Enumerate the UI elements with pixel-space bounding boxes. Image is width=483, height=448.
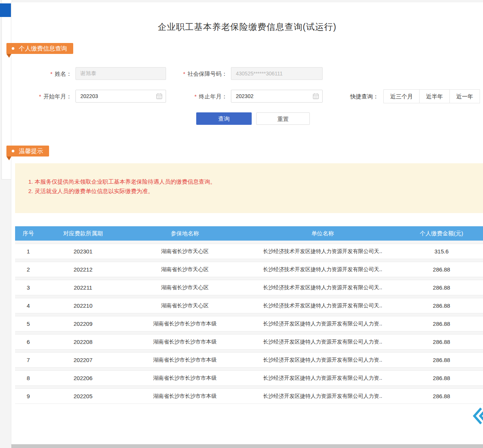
name-label: *姓名： bbox=[23, 71, 72, 78]
calendar-icon[interactable] bbox=[156, 93, 163, 100]
cell-amount: 286.88 bbox=[400, 302, 483, 309]
ssn-field-wrap bbox=[231, 67, 323, 80]
cell-period: 202211 bbox=[42, 284, 125, 291]
cell-amount: 286.88 bbox=[400, 284, 483, 291]
cell-period: 202210 bbox=[42, 302, 125, 309]
cell-company: 长沙经济开发区捷特人力资源开发有限公司人力资.. bbox=[245, 339, 400, 345]
cell-amount: 286.88 bbox=[400, 375, 483, 381]
app-viewport: 企业职工基本养老保险缴费信息查询(试运行) 个人缴费信息查询 *姓名： *社会保… bbox=[0, 0, 483, 448]
page-title: 企业职工基本养老保险缴费信息查询(试运行) bbox=[11, 21, 483, 33]
ssn-field[interactable] bbox=[231, 67, 323, 80]
cell-no: 6 bbox=[15, 339, 42, 345]
end-month-field[interactable] bbox=[231, 90, 323, 103]
cell-period: 202208 bbox=[42, 339, 125, 345]
section-badge-tips: 温馨提示 bbox=[6, 146, 49, 160]
cell-company: 长沙经济技术开发区捷特人力资源开发有限公司天.. bbox=[245, 266, 400, 273]
table-row[interactable]: 2 202212 湖南省长沙市天心区 长沙经济技术开发区捷特人力资源开发有限公司… bbox=[15, 262, 483, 277]
payments-table: 序号 对应费款所属期 参保地名称 单位名称 个人缴费金额(元) 1 202301… bbox=[15, 226, 483, 404]
cell-no: 3 bbox=[15, 284, 42, 291]
quick-query-option[interactable]: 近一年 bbox=[449, 89, 480, 103]
table-header-amount: 个人缴费金额(元) bbox=[400, 230, 483, 237]
table-header-row: 序号 对应费款所属期 参保地名称 单位名称 个人缴费金额(元) bbox=[15, 226, 483, 241]
cell-area: 湖南省长沙市长沙市市本级 bbox=[125, 375, 245, 382]
cell-amount: 286.88 bbox=[400, 393, 483, 399]
cell-area: 湖南省长沙市长沙市市本级 bbox=[125, 321, 245, 327]
table-row[interactable]: 9 202205 湖南省长沙市长沙市市本级 长沙经济开发区捷特人力资源开发有限公… bbox=[15, 388, 483, 404]
start-month-label: *开始年月： bbox=[23, 93, 72, 100]
table-row[interactable]: 1 202301 湖南省长沙市天心区 长沙经济技术开发区捷特人力资源开发有限公司… bbox=[15, 244, 483, 259]
quick-query-option[interactable]: 近三个月 bbox=[383, 89, 420, 103]
badge-bullet-icon bbox=[12, 150, 14, 152]
quick-query-label: 快捷查询： bbox=[350, 93, 378, 100]
cell-company: 长沙经济技术开发区捷特人力资源开发有限公司天.. bbox=[245, 284, 400, 291]
cell-period: 202207 bbox=[42, 357, 125, 363]
cell-area: 湖南省长沙市天心区 bbox=[125, 284, 245, 291]
cell-company: 长沙经济开发区捷特人力资源开发有限公司人力资.. bbox=[245, 321, 400, 327]
cell-company: 长沙经济开发区捷特人力资源开发有限公司人力资.. bbox=[245, 357, 400, 364]
name-field-wrap bbox=[75, 67, 166, 80]
cell-area: 湖南省长沙市长沙市市本级 bbox=[125, 393, 245, 400]
cell-amount: 286.88 bbox=[400, 321, 483, 327]
cell-no: 7 bbox=[15, 357, 42, 363]
table-row[interactable]: 7 202207 湖南省长沙市长沙市市本级 长沙经济开发区捷特人力资源开发有限公… bbox=[15, 352, 483, 368]
cell-no: 2 bbox=[15, 266, 42, 273]
horizontal-scrollbar[interactable] bbox=[11, 444, 483, 448]
table-header-period: 对应费款所属期 bbox=[42, 230, 125, 237]
start-month-field-wrap bbox=[75, 90, 166, 103]
table-row[interactable]: 8 202206 湖南省长沙市长沙市市本级 长沙经济开发区捷特人力资源开发有限公… bbox=[15, 370, 483, 386]
calendar-icon[interactable] bbox=[312, 93, 319, 100]
table-row[interactable]: 4 202210 湖南省长沙市天心区 长沙经济技术开发区捷特人力资源开发有限公司… bbox=[15, 298, 483, 313]
cell-area: 湖南省长沙市天心区 bbox=[125, 248, 245, 255]
cell-area: 湖南省长沙市长沙市市本级 bbox=[125, 339, 245, 345]
table-row[interactable]: 3 202211 湖南省长沙市天心区 长沙经济技术开发区捷特人力资源开发有限公司… bbox=[15, 280, 483, 295]
required-asterisk: * bbox=[194, 93, 197, 100]
section-badge-tips-label: 温馨提示 bbox=[19, 146, 43, 156]
tips-line-2: 2. 灵活就业人员的缴费单位信息以实际缴费为准。 bbox=[28, 186, 483, 196]
table-row[interactable]: 5 202209 湖南省长沙市长沙市市本级 长沙经济开发区捷特人力资源开发有限公… bbox=[15, 316, 483, 331]
cell-company: 长沙经济开发区捷特人力资源开发有限公司人力资.. bbox=[245, 393, 400, 400]
cell-no: 1 bbox=[15, 248, 42, 255]
cell-period: 202206 bbox=[42, 375, 125, 381]
required-asterisk: * bbox=[39, 93, 41, 100]
cell-amount: 286.88 bbox=[400, 266, 483, 273]
ssn-label: *社会保障号码： bbox=[162, 71, 227, 78]
reset-button[interactable]: 重置 bbox=[256, 112, 310, 125]
quick-query-option[interactable]: 近半年 bbox=[419, 89, 450, 103]
cell-area: 湖南省长沙市天心区 bbox=[125, 266, 245, 273]
cell-amount: 286.88 bbox=[400, 357, 483, 363]
end-month-field-wrap bbox=[231, 90, 323, 103]
query-button[interactable]: 查询 bbox=[196, 112, 252, 125]
section-badge-query: 个人缴费信息查询 bbox=[6, 43, 73, 58]
table-body: 1 202301 湖南省长沙市天心区 长沙经济技术开发区捷特人力资源开发有限公司… bbox=[15, 241, 483, 404]
required-asterisk: * bbox=[50, 71, 52, 77]
cell-area: 湖南省长沙市长沙市市本级 bbox=[125, 357, 245, 364]
start-month-field[interactable] bbox=[75, 90, 166, 103]
cell-no: 9 bbox=[15, 393, 42, 399]
table-header-company: 单位名称 bbox=[245, 230, 400, 237]
cell-period: 202205 bbox=[42, 393, 125, 399]
cell-area: 湖南省长沙市天心区 bbox=[125, 302, 245, 309]
cell-no: 4 bbox=[15, 302, 42, 309]
tips-box: 1. 本服务仅提供尚未领取企业职工基本养老保险待遇人员的缴费信息查询。 2. 灵… bbox=[15, 163, 483, 213]
cell-company: 长沙经济开发区捷特人力资源开发有限公司人力资.. bbox=[245, 375, 400, 382]
badge-bullet-icon bbox=[12, 47, 14, 50]
cell-no: 5 bbox=[15, 321, 42, 327]
quick-query-group: 近三个月近半年近一年 bbox=[383, 89, 480, 103]
cell-no: 8 bbox=[15, 375, 42, 381]
badge-fold-decoration bbox=[6, 54, 11, 58]
table-row[interactable]: 6 202208 湖南省长沙市长沙市市本级 长沙经济开发区捷特人力资源开发有限公… bbox=[15, 334, 483, 350]
cell-company: 长沙经济技术开发区捷特人力资源开发有限公司天.. bbox=[245, 248, 400, 255]
cell-amount: 315.6 bbox=[400, 248, 483, 255]
end-month-label: *终止年月： bbox=[162, 93, 227, 100]
table-header-area: 参保地名称 bbox=[125, 230, 245, 237]
name-field[interactable] bbox=[75, 67, 166, 80]
double-chevron-left-icon[interactable] bbox=[472, 407, 483, 425]
cell-period: 202301 bbox=[42, 248, 125, 255]
section-badge-query-label: 个人缴费信息查询 bbox=[19, 43, 67, 54]
cell-period: 202209 bbox=[42, 321, 125, 327]
required-asterisk: * bbox=[183, 71, 185, 77]
cell-amount: 286.88 bbox=[400, 339, 483, 345]
tips-line-1: 1. 本服务仅提供尚未领取企业职工基本养老保险待遇人员的缴费信息查询。 bbox=[28, 177, 483, 186]
badge-fold-decoration bbox=[6, 156, 11, 160]
cell-period: 202212 bbox=[42, 266, 125, 273]
